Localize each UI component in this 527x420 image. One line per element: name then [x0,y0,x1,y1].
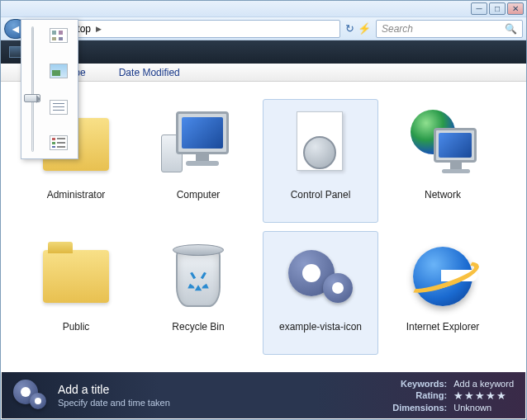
network-icon [403,105,482,184]
view-list-icon[interactable] [50,100,68,115]
rating-label: Rating: [392,390,447,400]
dimensions-label: Dimensions: [392,403,447,413]
dimensions-value: Unknown [453,403,514,413]
control-panel-icon [281,105,360,184]
explorer-window: ─ □ ✕ ◄ Desktop ▶ ↻ ⚡ Search 🔍 N e Type … [0,0,527,420]
back-arrow-icon: ◄ [10,22,21,35]
minimize-button[interactable]: ─ [471,2,487,15]
item-label: Administrator [47,189,106,201]
column-headers: e Type Date Modified [1,64,526,82]
search-input[interactable]: Search 🔍 [376,20,523,38]
view-size-slider[interactable] [26,26,38,152]
window-controls: ─ □ ✕ [471,2,524,15]
item-public[interactable]: Public [18,231,134,355]
item-network[interactable]: Network [385,99,501,223]
items-view: Administrator Computer Control Panel Net… [2,83,525,371]
address-bar: ◄ Desktop ▶ ↻ ⚡ Search 🔍 [1,17,526,40]
column-date-modified[interactable]: Date Modified [119,67,180,78]
breadcrumb-chevron-icon[interactable]: ▶ [96,25,102,33]
details-thumbnail-gears-icon [13,378,48,413]
item-label: Internet Explorer [406,321,480,333]
dropdown-icon[interactable]: ⚡ [358,22,371,35]
keywords-label: Keywords: [392,379,447,389]
rating-stars[interactable]: ★★★★★ [453,389,514,402]
item-internet-explorer[interactable]: Internet Explorer [385,231,501,355]
ie-icon [403,237,482,316]
slider-thumb[interactable] [24,94,40,102]
search-placeholder: Search [382,23,413,35]
details-pane: Add a title Specify date and time taken … [2,372,525,418]
view-details-icon[interactable] [50,135,68,150]
item-label: Public [63,321,90,333]
view-extra-large-icon[interactable] [50,28,68,43]
command-bar: N [1,40,526,64]
item-label: Recycle Bin [172,321,224,333]
view-size-presets [45,26,73,152]
item-label: Network [425,189,461,201]
view-large-icon[interactable] [50,64,68,78]
keywords-value[interactable]: Add a keyword [453,379,514,389]
search-icon: 🔍 [505,23,517,35]
item-label: Control Panel [291,189,351,201]
item-label: example-vista-icon [279,321,362,333]
computer-icon [159,105,238,184]
item-computer[interactable]: Computer [140,99,256,223]
refresh-area: ↻ ⚡ [340,22,376,35]
item-recycle-bin[interactable]: Recycle Bin [140,231,256,355]
item-control-panel[interactable]: Control Panel [263,99,378,223]
details-metadata: Keywords: Add a keyword Rating: ★★★★★ Di… [392,379,514,413]
view-size-popup [21,19,78,159]
gears-icon [281,237,360,316]
item-example-vista-icon[interactable]: example-vista-icon [263,231,378,355]
titlebar: ─ □ ✕ [1,1,526,17]
close-button[interactable]: ✕ [507,2,524,15]
recycle-bin-icon [159,237,238,316]
details-subtitle[interactable]: Specify date and time taken [58,398,170,408]
details-title[interactable]: Add a title [58,383,170,396]
refresh-icon[interactable]: ↻ [345,22,354,35]
maximize-button[interactable]: □ [489,2,506,15]
item-label: Computer [177,189,221,201]
folder-icon [36,237,116,316]
